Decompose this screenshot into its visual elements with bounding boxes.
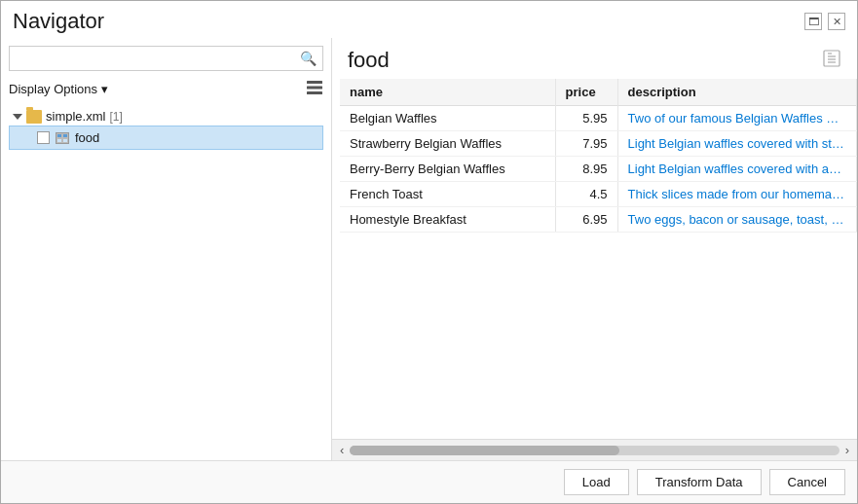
tree-child-food[interactable]: food [9, 126, 323, 150]
cell-name: Belgian Waffles [340, 106, 555, 131]
scroll-left-button[interactable]: ‹ [336, 443, 348, 457]
file-name-label: simple.xml [46, 109, 105, 124]
navigator-dialog: Navigator 🗖 ✕ 🔍 Display Options ▾ [0, 0, 858, 504]
display-options-label: Display Options [9, 82, 97, 96]
right-header: food [332, 38, 857, 79]
cell-price: 5.95 [555, 106, 617, 131]
display-options-row: Display Options ▾ [9, 79, 323, 99]
cell-description: Two eggs, bacon or sausage, toast, and o… [617, 207, 856, 233]
svg-rect-1 [307, 87, 322, 90]
data-table: name price description Belgian Waffles5.… [340, 79, 857, 233]
tree-folder-root: simple.xml [1] [9, 107, 323, 126]
cell-price: 4.5 [555, 182, 617, 207]
col-header-price: price [555, 79, 617, 106]
scrollbar-thumb [350, 446, 618, 455]
cell-price: 6.95 [555, 207, 617, 233]
cell-name: French Toast [340, 182, 555, 207]
load-button[interactable]: Load [564, 469, 629, 495]
data-table-container: name price description Belgian Waffles5.… [340, 79, 857, 439]
cell-price: 8.95 [555, 157, 617, 182]
table-icon [56, 132, 69, 144]
cell-description: Two of our famous Belgian Waffles with p… [617, 106, 856, 131]
svg-rect-2 [307, 91, 322, 94]
child-food-label: food [75, 130, 99, 145]
display-options-arrow: ▾ [101, 82, 108, 96]
close-button[interactable]: ✕ [828, 13, 845, 30]
search-button[interactable]: 🔍 [294, 47, 322, 70]
right-panel: food name price [332, 38, 857, 460]
cell-price: 7.95 [555, 131, 617, 157]
scrollbar-track[interactable] [350, 446, 839, 455]
left-panel: 🔍 Display Options ▾ [1, 38, 332, 460]
checkbox-icon [37, 131, 50, 144]
file-badge: [1] [109, 110, 122, 124]
footer: Load Transform Data Cancel [1, 460, 857, 503]
dialog-title: Navigator [13, 9, 104, 34]
title-bar: Navigator 🗖 ✕ [1, 1, 857, 38]
table-header-row: name price description [340, 79, 857, 106]
col-header-name: name [340, 79, 555, 106]
cell-description: Light Belgian waffles covered with an as… [617, 157, 856, 182]
table-row: Strawberry Belgian Waffles7.95Light Belg… [340, 131, 857, 157]
scroll-right-button[interactable]: › [841, 443, 853, 457]
restore-button[interactable]: 🗖 [804, 13, 822, 30]
export-icon [822, 49, 841, 68]
horizontal-scrollbar: ‹ › [332, 439, 857, 460]
search-input[interactable] [10, 48, 294, 70]
content-area: 🔍 Display Options ▾ [1, 38, 857, 460]
cancel-button[interactable]: Cancel [769, 469, 845, 495]
folder-icon [26, 110, 42, 124]
export-icon-button[interactable] [822, 49, 841, 73]
cell-description: Thick slices made from our homemade sour… [617, 182, 856, 207]
options-icon [306, 79, 323, 96]
window-controls: 🗖 ✕ [804, 13, 845, 30]
svg-rect-0 [307, 81, 322, 84]
transform-data-button[interactable]: Transform Data [637, 469, 762, 495]
table-row: Berry-Berry Belgian Waffles8.95Light Bel… [340, 157, 857, 182]
cell-description: Light Belgian waffles covered with straw… [617, 131, 856, 157]
display-options-button[interactable]: Display Options ▾ [9, 82, 108, 96]
cell-name: Berry-Berry Belgian Waffles [340, 157, 555, 182]
options-icon-button[interactable] [306, 79, 323, 99]
table-row: Belgian Waffles5.95Two of our famous Bel… [340, 106, 857, 131]
table-row: Homestyle Breakfast6.95Two eggs, bacon o… [340, 207, 857, 233]
cell-name: Strawberry Belgian Waffles [340, 131, 555, 157]
table-row: French Toast4.5Thick slices made from ou… [340, 182, 857, 207]
expand-arrow-icon[interactable] [13, 114, 22, 120]
col-header-description: description [617, 79, 856, 106]
cell-name: Homestyle Breakfast [340, 207, 555, 233]
tree-area: simple.xml [1] food [9, 107, 323, 452]
right-panel-title: food [348, 48, 390, 73]
search-row: 🔍 [9, 46, 323, 71]
